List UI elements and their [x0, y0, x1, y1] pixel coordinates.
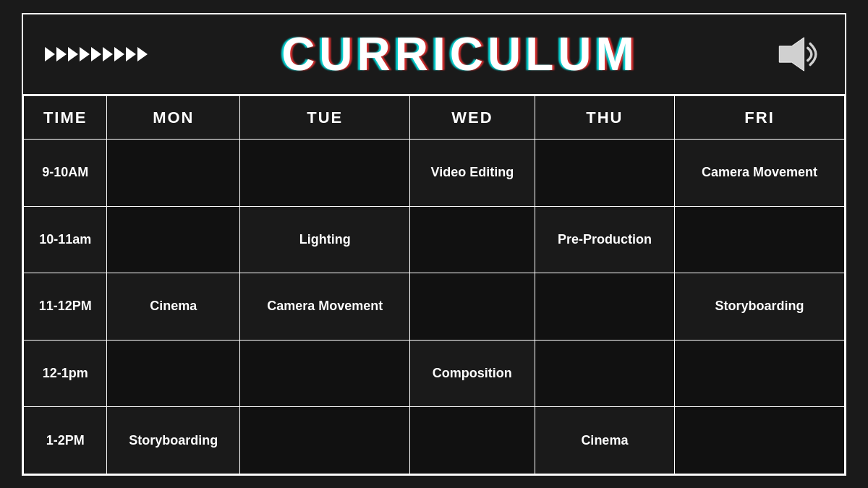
play-arrows-decoration: [45, 47, 148, 61]
cell-3-thu: [535, 340, 675, 407]
arrow-4: [80, 47, 90, 61]
cell-3-wed: Composition: [410, 340, 535, 407]
arrow-2: [56, 47, 67, 61]
table-row: 1-2PMStoryboardingCinema: [24, 407, 845, 474]
cell-3-tue: [240, 340, 410, 407]
table-row: 12-1pmComposition: [24, 340, 845, 407]
cell-0-mon: [107, 140, 240, 207]
arrow-7: [114, 47, 124, 61]
cell-0-wed: Video Editing: [410, 140, 535, 207]
cell-3-mon: [107, 340, 240, 407]
arrow-5: [91, 47, 101, 61]
cell-4-fri: [675, 407, 845, 474]
cell-2-thu: [535, 273, 675, 341]
col-header-fri: FRI: [675, 96, 845, 140]
title-container: CURRICULUM: [281, 27, 639, 81]
cell-4-time: 1-2PM: [24, 407, 107, 474]
header: CURRICULUM: [23, 14, 845, 94]
cell-1-thu: Pre-Production: [535, 206, 675, 273]
arrow-1: [45, 47, 55, 61]
cell-1-wed: [410, 206, 535, 273]
arrow-6: [103, 47, 113, 61]
cell-0-fri: Camera Movement: [675, 140, 845, 207]
table-row: 10-11amLightingPre-Production: [24, 206, 845, 273]
cell-2-mon: Cinema: [107, 273, 240, 341]
cell-2-time: 11-12PM: [24, 273, 107, 341]
arrow-3: [68, 47, 78, 61]
cell-4-wed: [410, 407, 535, 474]
cell-0-time: 9-10AM: [24, 140, 107, 207]
cell-2-wed: [410, 273, 535, 341]
schedule-table: TIME MON TUE WED THU FRI 9-10AMVideo Edi…: [23, 95, 845, 474]
arrow-8: [126, 47, 136, 61]
main-container: CURRICULUM TIME MON TUE WED THU FRI: [22, 13, 846, 476]
cell-4-mon: Storyboarding: [107, 407, 240, 474]
arrow-9: [137, 47, 148, 61]
cell-3-fri: [675, 340, 845, 407]
table-row: 11-12PMCinemaCamera MovementStoryboardin…: [24, 273, 845, 341]
cell-0-thu: [535, 140, 675, 207]
col-header-thu: THU: [535, 96, 675, 140]
col-header-tue: TUE: [240, 96, 410, 140]
cell-0-tue: [240, 140, 410, 207]
page-title: CURRICULUM: [281, 27, 639, 81]
sound-icon[interactable]: [773, 33, 823, 76]
col-header-time: TIME: [24, 96, 107, 140]
cell-2-fri: Storyboarding: [675, 273, 845, 341]
cell-2-tue: Camera Movement: [240, 273, 410, 341]
cell-1-fri: [675, 206, 845, 273]
cell-3-time: 12-1pm: [24, 340, 107, 407]
cell-1-mon: [107, 206, 240, 273]
col-header-mon: MON: [107, 96, 240, 140]
cell-1-tue: Lighting: [240, 206, 410, 273]
col-header-wed: WED: [410, 96, 535, 140]
cell-1-time: 10-11am: [24, 206, 107, 273]
cell-4-tue: [240, 407, 410, 474]
table-row: 9-10AMVideo EditingCamera Movement: [24, 140, 845, 207]
cell-4-thu: Cinema: [535, 407, 675, 474]
svg-marker-0: [779, 38, 804, 71]
table-header-row: TIME MON TUE WED THU FRI: [24, 96, 845, 140]
